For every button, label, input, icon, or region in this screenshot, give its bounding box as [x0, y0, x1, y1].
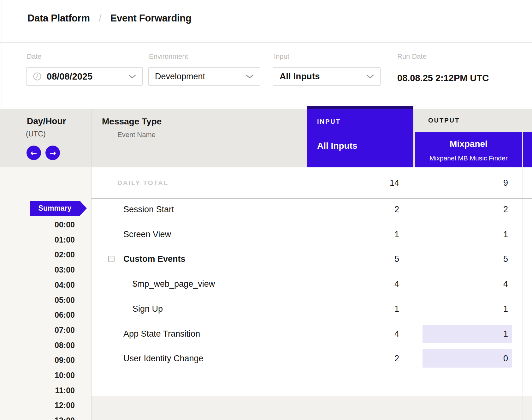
daily-total-output-value: 9: [415, 178, 508, 188]
chevron-down-icon: [366, 75, 374, 79]
arrow-right-icon: →: [50, 149, 56, 157]
sidebar-item-hour[interactable]: 07:00: [0, 326, 75, 335]
day-hour-title: Day/Hour: [27, 116, 66, 126]
sidebar-item-summary[interactable]: Summary: [30, 201, 87, 216]
arrow-left-icon: ←: [31, 149, 37, 157]
input-cell-value: 2: [307, 354, 399, 363]
sidebar-item-hour[interactable]: 06:00: [0, 310, 75, 320]
output-column-header[interactable]: Mixpanel Mixpanel MB Music Finder: [415, 132, 522, 167]
input-cell-value: 1: [307, 230, 399, 239]
input-column-name: All Inputs: [317, 141, 358, 151]
sidebar-item-hour[interactable]: 12:00: [0, 401, 75, 410]
environment-value: Development: [155, 72, 205, 81]
header-divider: [0, 42, 532, 43]
daily-total-divider: [91, 198, 532, 199]
input-filter-label: Input: [274, 52, 289, 61]
input-cell-value: 2: [307, 205, 399, 214]
run-date-label: Run Date: [397, 52, 427, 61]
date-value: 08/08/2025: [47, 71, 92, 82]
sidebar-item-hour[interactable]: 13:00: [0, 416, 75, 420]
output-cell-value: 4: [415, 279, 508, 289]
message-type-subtitle: Event Name: [117, 131, 156, 139]
table-footer-band: [92, 396, 532, 420]
summary-label: Summary: [30, 201, 80, 216]
input-section-label: INPUT: [317, 118, 341, 125]
breadcrumb-separator: /: [99, 13, 101, 24]
input-cell-value: 4: [307, 329, 399, 339]
next-day-button[interactable]: →: [45, 146, 60, 160]
previous-day-button[interactable]: ←: [27, 146, 41, 160]
output-cell-value: 1: [415, 329, 508, 339]
output-column-subtitle: Mixpanel MB Music Finder: [415, 154, 522, 162]
input-column-selected-strip: [307, 106, 413, 109]
message-type-title: Message Type: [102, 117, 162, 127]
input-cell-value: 4: [307, 279, 399, 289]
input-cell-value: 1: [307, 304, 399, 314]
output-cell-value: 1: [415, 304, 508, 314]
sidebar-item-hour[interactable]: 04:00: [0, 280, 75, 290]
sidebar-item-hour[interactable]: 02:00: [0, 250, 75, 259]
chevron-down-icon: [128, 75, 136, 79]
output-section-label: OUTPUT: [428, 117, 460, 124]
sidebar-item-hour[interactable]: 01:00: [0, 235, 75, 244]
output-cell-value: 2: [415, 205, 508, 214]
daily-total-label: DAILY TOTAL: [117, 179, 168, 187]
sidebar-item-hour[interactable]: 10:00: [0, 371, 75, 380]
output-cell-value: 0: [415, 354, 508, 363]
output-column-next-partial[interactable]: [523, 132, 532, 167]
run-date-value: 08.08.25 2:12PM UTC: [397, 73, 489, 83]
breadcrumb-parent-link[interactable]: Data Platform: [27, 13, 90, 24]
breadcrumb: Data Platform / Event Forwarding: [27, 13, 192, 24]
sidebar-item-hour[interactable]: 05:00: [0, 296, 75, 305]
table-row-label: Session Start: [123, 205, 174, 214]
sidebar-divider: [91, 109, 92, 420]
output-cell-value: 5: [415, 254, 508, 264]
date-filter-label: Date: [27, 52, 41, 61]
input-cell-value: 5: [307, 254, 399, 264]
sidebar-item-hour[interactable]: 00:00: [0, 220, 75, 229]
sidebar-item-hour[interactable]: 08:00: [0, 341, 75, 350]
collapse-toggle-icon[interactable]: [108, 256, 115, 262]
next-output-column-border: [523, 167, 523, 420]
output-cell-value: 1: [415, 230, 508, 239]
table-row-label: Sign Up: [133, 304, 163, 314]
table-row-label: $mp_web_page_view: [133, 279, 215, 289]
daily-total-input-value: 14: [307, 178, 399, 188]
sidebar-item-hour[interactable]: 09:00: [0, 356, 75, 365]
sidebar-item-hour[interactable]: 11:00: [0, 386, 75, 395]
table-row-label: App State Transition: [123, 329, 200, 339]
table-row-label: Screen View: [123, 230, 171, 239]
event-forwarding-page: Data Platform / Event Forwarding Date En…: [0, 0, 532, 420]
table-row-label: Custom Events: [123, 254, 186, 264]
input-value: All Inputs: [280, 71, 320, 81]
environment-dropdown[interactable]: Development: [148, 67, 260, 86]
sidebar-item-hour[interactable]: 03:00: [0, 265, 75, 274]
output-column-name: Mixpanel: [415, 139, 522, 149]
chevron-down-icon: [246, 75, 253, 79]
table-row-label: User Identity Change: [123, 354, 204, 363]
day-hour-subtitle: (UTC): [26, 130, 46, 138]
page-title: Event Forwarding: [110, 13, 192, 24]
date-dropdown[interactable]: 08/08/2025: [26, 67, 143, 86]
environment-filter-label: Environment: [149, 52, 188, 61]
clock-icon: [33, 72, 42, 81]
input-dropdown[interactable]: All Inputs: [273, 67, 381, 86]
input-column-header[interactable]: INPUT All Inputs: [307, 106, 413, 167]
